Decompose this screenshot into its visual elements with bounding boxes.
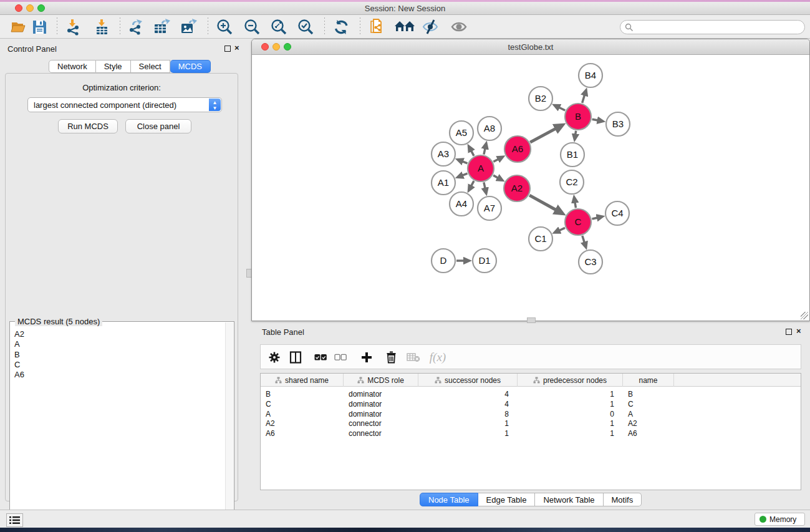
graph-edge-A-A4[interactable] xyxy=(471,181,474,186)
open-file-button[interactable] xyxy=(9,17,27,36)
deselect-all-button[interactable] xyxy=(333,350,348,365)
save-session-button[interactable] xyxy=(30,17,49,36)
window-resize-grip[interactable] xyxy=(801,312,808,319)
tab-style[interactable]: Style xyxy=(96,60,131,73)
export-network-button[interactable] xyxy=(126,17,145,36)
table-cell[interactable]: 1 xyxy=(518,389,623,399)
tab-edge-table[interactable]: Edge Table xyxy=(478,493,536,506)
network-graph[interactable]: B4B2BB3A8A5A6A3B1AA1C2A2A4A7C4CC1C3DD1 xyxy=(253,55,809,321)
graph-edge-B-B2[interactable] xyxy=(559,107,565,110)
table-cell[interactable]: B xyxy=(623,389,674,399)
table-cell[interactable]: 1 xyxy=(518,399,623,409)
run-mcds-button[interactable]: Run MCDS xyxy=(58,119,118,133)
close-panel-icon[interactable]: × xyxy=(234,45,239,51)
table-cell[interactable]: A6 xyxy=(623,428,674,438)
column-header-MCDS-role[interactable]: MCDS role xyxy=(344,374,418,387)
table-cell[interactable]: 1 xyxy=(418,418,518,428)
show-columns-button[interactable] xyxy=(288,350,303,365)
graph-edge-A6-B[interactable] xyxy=(530,128,556,142)
zoom-fit-button[interactable] xyxy=(269,17,288,36)
column-header-name[interactable]: name xyxy=(623,374,674,387)
graph-edge-A-A2[interactable] xyxy=(493,175,498,178)
export-image-button[interactable] xyxy=(179,17,198,36)
table-cell[interactable]: dominator xyxy=(344,409,418,419)
mcds-result-item[interactable]: A2 xyxy=(14,329,24,339)
task-history-button[interactable] xyxy=(6,513,23,527)
table-cell[interactable]: connector xyxy=(344,418,418,428)
tab-select[interactable]: Select xyxy=(131,60,170,73)
new-network-from-selection-button[interactable] xyxy=(368,17,387,36)
graph-edge-A-A7[interactable] xyxy=(484,182,485,188)
mcds-result-item[interactable]: B xyxy=(14,350,24,360)
table-row[interactable]: A6connector11A6 xyxy=(261,428,801,438)
column-header-shared-name[interactable]: shared name xyxy=(261,374,344,387)
create-column-button[interactable] xyxy=(359,350,374,365)
table-close-panel-icon[interactable]: × xyxy=(796,328,801,334)
table-cell[interactable]: C xyxy=(261,399,344,409)
table-cell[interactable]: 4 xyxy=(418,389,518,399)
column-header-successor-nodes[interactable]: successor nodes xyxy=(418,374,518,387)
table-cell[interactable]: connector xyxy=(344,428,418,438)
graph-edge-C-C2[interactable] xyxy=(575,202,576,208)
graph-edge-A-A8[interactable] xyxy=(484,148,485,155)
table-row[interactable]: Bdominator41B xyxy=(261,389,801,399)
graph-edge-A2-C[interactable] xyxy=(529,195,556,210)
table-cell[interactable]: dominator xyxy=(344,389,418,399)
tab-network-table[interactable]: Network Table xyxy=(535,493,603,506)
graph-edge-B-B4[interactable] xyxy=(582,95,585,103)
select-all-button[interactable] xyxy=(313,350,328,365)
table-cell[interactable]: A2 xyxy=(623,418,674,428)
horizontal-split-grip[interactable] xyxy=(527,317,536,323)
mcds-result-item[interactable]: C xyxy=(14,360,24,370)
hide-selected-button[interactable] xyxy=(421,17,440,36)
tab-node-table[interactable]: Node Table xyxy=(420,493,478,506)
memory-button[interactable]: Memory xyxy=(755,513,805,526)
table-cell[interactable]: A2 xyxy=(261,418,344,428)
table-cell[interactable]: 1 xyxy=(518,418,623,428)
table-row[interactable]: A2connector11A2 xyxy=(261,418,801,428)
graph-edge-A-A1[interactable] xyxy=(462,173,467,175)
table-cell[interactable]: C xyxy=(623,399,674,409)
delete-column-button[interactable] xyxy=(383,350,398,365)
graph-edge-A-A3[interactable] xyxy=(462,162,467,163)
table-float-panel-icon[interactable] xyxy=(786,329,792,335)
close-panel-button[interactable]: Close panel xyxy=(125,119,191,133)
mcds-result-item[interactable]: A6 xyxy=(14,370,24,380)
table-cell[interactable]: 1 xyxy=(518,428,623,438)
float-panel-icon[interactable] xyxy=(224,46,231,52)
network-window-titlebar[interactable]: testGlobe.txt xyxy=(252,39,809,55)
graph-edge-A-A6[interactable] xyxy=(493,159,498,162)
table-cell[interactable]: 0 xyxy=(518,409,623,419)
import-network-button[interactable] xyxy=(64,17,82,36)
column-header-predecessor-nodes[interactable]: predecessor nodes xyxy=(518,374,623,387)
table-row[interactable]: Adominator80A xyxy=(261,409,801,419)
search-field[interactable] xyxy=(620,20,805,34)
zoom-out-button[interactable] xyxy=(243,17,261,36)
table-cell[interactable]: A xyxy=(623,409,674,419)
graph-edge-A-A5[interactable] xyxy=(471,150,474,155)
refresh-layout-button[interactable] xyxy=(332,17,350,36)
search-input[interactable] xyxy=(637,22,799,32)
table-cell[interactable]: A6 xyxy=(261,428,344,438)
table-cell[interactable]: B xyxy=(261,389,344,399)
table-cell[interactable]: 8 xyxy=(418,409,518,419)
graph-edge-B-B3[interactable] xyxy=(592,119,599,120)
graph-edge-C-C1[interactable] xyxy=(559,228,565,230)
criterion-select[interactable]: largest connected component (directed) ▲… xyxy=(27,97,222,112)
home-sites-button[interactable] xyxy=(393,17,417,36)
graph-edge-C-C4[interactable] xyxy=(592,218,597,219)
mcds-result-item[interactable]: A xyxy=(14,339,24,349)
zoom-selected-button[interactable] xyxy=(296,17,315,36)
import-table-button[interactable] xyxy=(92,17,111,36)
tab-mcds[interactable]: MCDS xyxy=(170,60,211,73)
network-canvas[interactable]: B4B2BB3A8A5A6A3B1AA1C2A2A4A7C4CC1C3DD1 xyxy=(253,55,809,321)
table-cell[interactable]: A xyxy=(261,409,344,419)
show-eye-button[interactable] xyxy=(450,17,468,36)
graph-edge-C-C3[interactable] xyxy=(582,236,585,243)
table-settings-button[interactable] xyxy=(267,350,282,365)
zoom-in-button[interactable] xyxy=(215,17,234,36)
table-row[interactable]: Cdominator41C xyxy=(261,399,801,409)
graph-edge-B-B1[interactable] xyxy=(576,131,576,135)
mcds-scrollbar[interactable] xyxy=(225,322,233,531)
table-cell[interactable]: 1 xyxy=(418,428,518,438)
